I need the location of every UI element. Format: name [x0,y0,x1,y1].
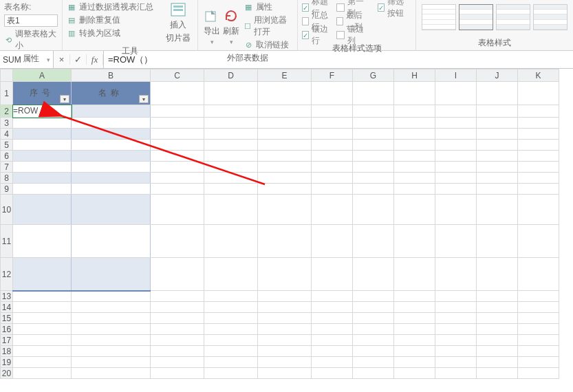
cell-F7[interactable] [312,162,353,173]
cell-F18[interactable] [312,346,353,357]
cell-E17[interactable] [258,335,312,346]
cell-G20[interactable] [353,368,394,379]
col-header-E[interactable]: E [258,69,312,82]
cell-J2[interactable] [477,105,518,118]
cell-G1[interactable] [353,82,394,105]
cell-G11[interactable] [353,225,394,258]
row-header-16[interactable]: 16 [1,324,13,335]
cell-I14[interactable] [435,302,477,313]
row-header-3[interactable]: 3 [1,118,13,129]
cell-E14[interactable] [258,302,312,313]
col-header-B[interactable]: B [72,69,151,82]
cell-H4[interactable] [394,129,435,140]
cell-C13[interactable] [151,291,204,302]
cell-I6[interactable] [435,151,477,162]
cell-G6[interactable] [353,151,394,162]
cell-C17[interactable] [151,335,204,346]
cell-D16[interactable] [204,324,258,335]
cell-C20[interactable] [151,368,204,379]
cell-B16[interactable] [72,324,151,335]
cell-I15[interactable] [435,313,477,324]
cell-J12[interactable] [477,258,518,291]
cell-I10[interactable] [435,195,477,225]
cell-F13[interactable] [312,291,353,302]
cell-B13[interactable] [72,291,151,302]
row-header-5[interactable]: 5 [1,140,13,151]
cell-C2[interactable] [151,105,204,118]
row-header-4[interactable]: 4 [1,129,13,140]
table-style-thumb[interactable] [533,4,567,30]
cell-G13[interactable] [353,291,394,302]
cell-G2[interactable] [353,105,394,118]
cell-J8[interactable] [477,173,518,184]
col-header-I[interactable]: I [435,69,477,82]
cell-K17[interactable] [518,335,559,346]
cell-I13[interactable] [435,291,477,302]
row-header-17[interactable]: 17 [1,335,13,346]
row-header-14[interactable]: 14 [1,302,13,313]
cell-A3[interactable] [13,118,72,129]
cell-A20[interactable] [13,368,72,379]
remove-duplicates-button[interactable]: ▤ 删除重复值 [67,14,163,26]
cell-D7[interactable] [204,162,258,173]
cell-D1[interactable] [204,82,258,105]
cell-D12[interactable] [204,258,258,291]
col-header-G[interactable]: G [353,69,394,82]
cell-A13[interactable] [13,291,72,302]
cell-D20[interactable] [204,368,258,379]
row-header-13[interactable]: 13 [1,291,13,302]
cell-E9[interactable] [258,184,312,195]
cell-A5[interactable] [13,140,72,151]
cell-D14[interactable] [204,302,258,313]
cell-K2[interactable] [518,105,559,118]
cell-C18[interactable] [151,346,204,357]
cell-A10[interactable] [13,195,72,225]
row-header-15[interactable]: 15 [1,313,13,324]
cell-D18[interactable] [204,346,258,357]
cell-C14[interactable] [151,302,204,313]
cell-I17[interactable] [435,335,477,346]
cell-A2[interactable]: =ROW（） [13,105,72,118]
cell-B14[interactable] [72,302,151,313]
cell-I7[interactable] [435,162,477,173]
cell-A12[interactable] [13,258,72,291]
row-header-2[interactable]: 2 [1,105,13,118]
refresh-button[interactable]: 刷新 ▾ [221,1,241,51]
cell-H13[interactable] [394,291,435,302]
row-header-7[interactable]: 7 [1,162,13,173]
cell-K5[interactable] [518,140,559,151]
unlink-button[interactable]: ⊘ 取消链接 [244,39,293,51]
cell-G14[interactable] [353,302,394,313]
cell-D9[interactable] [204,184,258,195]
cell-J7[interactable] [477,162,518,173]
cell-H6[interactable] [394,151,435,162]
cell-J3[interactable] [477,118,518,129]
cell-J16[interactable] [477,324,518,335]
open-in-browser-button[interactable]: ☐ 用浏览器打开 [244,14,293,38]
cell-C4[interactable] [151,129,204,140]
cell-H2[interactable] [394,105,435,118]
cell-K16[interactable] [518,324,559,335]
cell-J13[interactable] [477,291,518,302]
cell-H14[interactable] [394,302,435,313]
cell-E18[interactable] [258,346,312,357]
chk-banded-rows[interactable]: ✓镶边行 [302,29,329,41]
cell-H5[interactable] [394,140,435,151]
cell-C11[interactable] [151,225,204,258]
row-header-1[interactable]: 1 [1,82,13,105]
cell-A1[interactable]: 序号▾ [13,82,72,105]
cell-I8[interactable] [435,173,477,184]
cell-B15[interactable] [72,313,151,324]
cell-I19[interactable] [435,357,477,368]
cell-K8[interactable] [518,173,559,184]
cell-G8[interactable] [353,173,394,184]
cell-K7[interactable] [518,162,559,173]
cell-A18[interactable] [13,346,72,357]
cell-A9[interactable] [13,184,72,195]
cell-C10[interactable] [151,195,204,225]
spreadsheet-grid[interactable]: ABCDEFGHIJK1序号▾名称▾2=ROW（）345678910111213… [0,69,573,379]
cell-E13[interactable] [258,291,312,302]
cell-A11[interactable] [13,225,72,258]
cell-B1[interactable]: 名称▾ [72,82,151,105]
cell-D15[interactable] [204,313,258,324]
